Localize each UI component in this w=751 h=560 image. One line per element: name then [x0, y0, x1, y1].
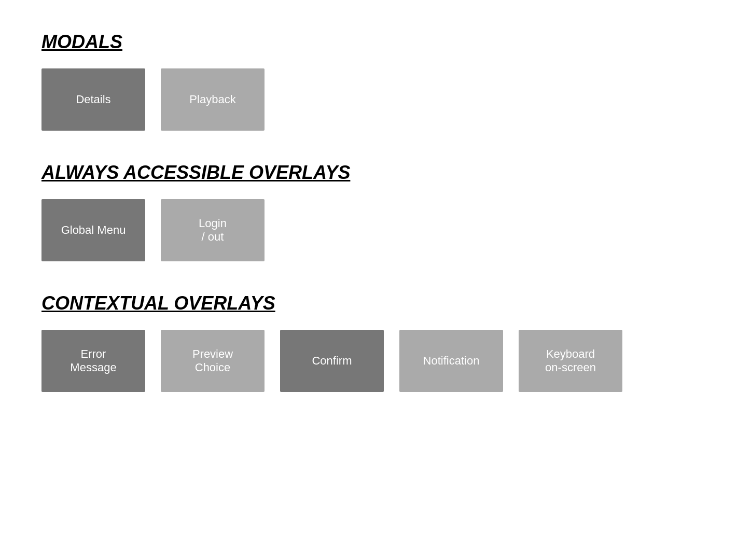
always-accessible-overlays-title: ALWAYS ACCESSIBLE OVERLAYS — [41, 162, 710, 184]
error-message-button[interactable]: ErrorMessage — [41, 330, 145, 392]
contextual-overlays-section: CONTEXTUAL OVERLAYS ErrorMessage Preview… — [41, 292, 710, 392]
details-button[interactable]: Details — [41, 68, 145, 131]
login-out-button[interactable]: Login/ out — [161, 199, 265, 261]
always-accessible-overlays-section: ALWAYS ACCESSIBLE OVERLAYS Global Menu L… — [41, 162, 710, 261]
contextual-buttons-row: ErrorMessage PreviewChoice Confirm Notif… — [41, 330, 710, 392]
always-accessible-buttons-row: Global Menu Login/ out — [41, 199, 710, 261]
confirm-button[interactable]: Confirm — [280, 330, 384, 392]
playback-button[interactable]: Playback — [161, 68, 265, 131]
modals-section: MODALS Details Playback — [41, 31, 710, 131]
notification-button[interactable]: Notification — [399, 330, 503, 392]
contextual-overlays-title: CONTEXTUAL OVERLAYS — [41, 292, 710, 314]
modals-buttons-row: Details Playback — [41, 68, 710, 131]
keyboard-on-screen-button[interactable]: Keyboardon-screen — [519, 330, 622, 392]
global-menu-button[interactable]: Global Menu — [41, 199, 145, 261]
preview-choice-button[interactable]: PreviewChoice — [161, 330, 265, 392]
modals-title: MODALS — [41, 31, 710, 53]
